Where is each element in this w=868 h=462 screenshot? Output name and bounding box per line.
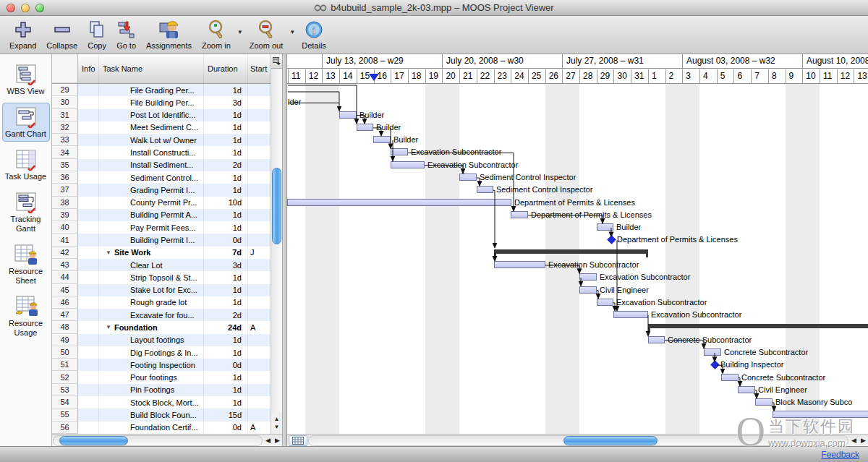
gantt-task-bar[interactable] (597, 223, 613, 231)
assignments-button[interactable]: Assignments (141, 18, 197, 51)
panel-splitter[interactable] (282, 54, 287, 446)
table-row[interactable]: 46Rough grade lot1d (52, 296, 271, 309)
gantt-milestone[interactable] (710, 360, 720, 369)
gantt-milestone[interactable] (607, 236, 616, 245)
zoom-in-dropdown-arrow[interactable]: ▾ (236, 21, 244, 43)
gantt-task-bar[interactable] (287, 199, 511, 206)
table-row[interactable]: 45Stake Lot for Exc...1d (52, 284, 271, 296)
table-row[interactable]: 47Excavate for fou...2d (52, 309, 271, 321)
vertical-scroll-track[interactable] (271, 69, 282, 412)
gantt-task-bar[interactable] (579, 286, 597, 294)
details-button[interactable]: i Details (297, 18, 331, 51)
column-header-info[interactable]: Info (78, 54, 99, 83)
table-row[interactable]: 35Install Sediment...2d (52, 159, 271, 171)
scroll-left-arrow[interactable]: ◀ (265, 437, 271, 444)
table-row[interactable]: 34Install Constructi...1d (52, 146, 271, 158)
table-row[interactable]: 54Stock Block, Mort...1d (52, 396, 271, 408)
column-chooser-button[interactable] (271, 54, 282, 69)
table-row[interactable]: 31Post Lot Identific...1d (52, 109, 271, 121)
table-row[interactable]: 29File Grading Per...1d (52, 84, 271, 96)
gantt-task-bar[interactable] (339, 111, 357, 119)
table-row[interactable]: 32Meet Sediment C...1d (52, 121, 271, 134)
column-header-num[interactable] (52, 54, 78, 83)
column-header-start[interactable]: Start (248, 54, 271, 83)
gantt-task-bar[interactable] (648, 336, 665, 343)
copy-button[interactable]: Copy (82, 18, 111, 51)
table-row[interactable]: 49Layout footings1d (52, 334, 271, 346)
vertical-scroll-thumb[interactable] (272, 168, 281, 244)
gantt-task-bar[interactable] (579, 273, 597, 281)
chart-hscroll-track[interactable] (308, 435, 848, 446)
table-row[interactable]: 36Sediment Control...1d (52, 171, 271, 184)
table-row[interactable]: 40Pay Permit Fees...1d (52, 221, 271, 234)
scroll-up-arrow[interactable]: ▲ (274, 416, 280, 422)
table-row[interactable]: 43Clear Lot3d (52, 259, 271, 271)
gantt-summary-bar[interactable] (494, 249, 648, 254)
table-row[interactable]: 41Building Permit I...0d (52, 234, 271, 246)
column-header-task-name[interactable]: Task Name (99, 54, 204, 83)
gantt-bar-label: Concrete Subcontractor (668, 334, 752, 346)
sidebar-item-task-usage[interactable]: Task Usage (2, 145, 50, 184)
table-row[interactable]: 37Grading Permit I...1d (52, 184, 271, 196)
sidebar-item-tracking-gantt[interactable]: Tracking Gantt (2, 188, 50, 236)
table-row[interactable]: 52Pour footings1d (52, 371, 271, 383)
gantt-task-bar[interactable] (494, 261, 545, 268)
scroll-down-arrow[interactable]: ▼ (274, 424, 280, 430)
table-row[interactable]: 50Dig Footings & In...1d (52, 346, 271, 359)
gantt-task-bar[interactable] (391, 148, 408, 155)
week-header-cell: July 27, 2008 – w31 (562, 54, 682, 69)
collapse-caret[interactable]: ▼ (106, 324, 111, 330)
gantt-summary-bar[interactable] (648, 324, 868, 328)
gantt-task-bar[interactable] (459, 174, 477, 181)
table-row[interactable]: 55Build Block Foun...15d (52, 408, 271, 421)
goto-button[interactable]: Go to (111, 18, 141, 51)
sidebar-item-wbs-view[interactable]: WBS View (2, 60, 50, 99)
info-cell (78, 346, 99, 359)
sidebar-item-resource-usage[interactable]: Resource Usage (2, 292, 50, 341)
table-row[interactable]: 51Footing Inspection0d (52, 359, 271, 371)
sidebar-item-gantt-chart[interactable]: Gantt Chart (2, 103, 50, 142)
gantt-task-bar[interactable] (773, 411, 868, 418)
table-row[interactable]: 30File Building Per...3d (52, 96, 271, 108)
collapse-caret[interactable]: ▼ (106, 249, 111, 256)
gantt-task-bar[interactable] (613, 311, 648, 318)
gantt-task-bar[interactable] (373, 136, 391, 143)
scroll-right-arrow[interactable]: ▶ (861, 437, 866, 444)
table-row[interactable]: 56Foundation Certif...0dA (52, 422, 271, 434)
gantt-task-bar[interactable] (755, 398, 773, 406)
chart-grid-button[interactable] (289, 435, 307, 446)
zoom-out-button[interactable]: Zoom out (244, 18, 288, 51)
table-row[interactable]: 33Walk Lot w/ Owner1d (52, 134, 271, 146)
table-row[interactable]: 38County Permit Pr...10d (52, 197, 271, 209)
info-cell (78, 396, 99, 408)
duration-cell: 1d (204, 271, 248, 283)
feedback-link[interactable]: Feedback (821, 450, 859, 460)
summary-bar-hook (646, 253, 648, 257)
table-row[interactable]: 42▼Site Work7dJ (52, 247, 271, 259)
column-header-duration[interactable]: Duration (204, 54, 248, 83)
gantt-task-bar[interactable] (391, 161, 425, 168)
collapse-button[interactable]: Collapse (41, 18, 82, 51)
gantt-task-bar[interactable] (357, 124, 373, 131)
chart-hscroll-thumb[interactable] (563, 436, 658, 445)
gantt-task-bar[interactable] (477, 186, 493, 193)
scroll-left-arrow[interactable]: ◀ (851, 437, 856, 444)
table-row[interactable]: 39Building Permit A...1d (52, 209, 271, 221)
scroll-right-arrow[interactable]: ▶ (275, 437, 280, 444)
gantt-task-bar[interactable] (597, 299, 613, 306)
row-number: 36 (52, 171, 78, 184)
gantt-task-bar[interactable] (704, 348, 721, 356)
gantt-task-bar[interactable] (511, 211, 528, 218)
sidebar-item-resource-sheet[interactable]: Resource Sheet (2, 240, 50, 288)
expand-button[interactable]: Expand (4, 18, 41, 51)
row-number: 32 (52, 121, 78, 134)
table-hscroll-thumb[interactable] (59, 436, 128, 445)
table-row[interactable]: 44Strip Topsoil & St...1d (52, 271, 271, 283)
table-row[interactable]: 48▼Foundation24dA (52, 321, 271, 333)
table-hscroll-track[interactable] (53, 435, 263, 446)
gantt-task-bar[interactable] (738, 386, 755, 393)
table-row[interactable]: 53Pin Footings1d (52, 384, 271, 396)
zoom-out-dropdown-arrow[interactable]: ▾ (288, 21, 297, 43)
gantt-task-bar[interactable] (721, 374, 739, 381)
zoom-in-button[interactable]: Zoom in (197, 18, 236, 51)
